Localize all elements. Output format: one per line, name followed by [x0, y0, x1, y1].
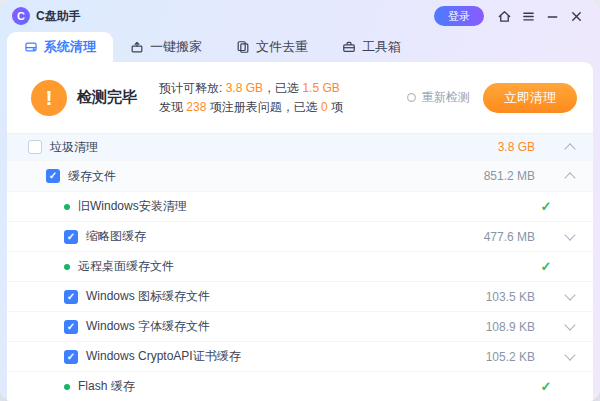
redetect-button[interactable]: 重新检测 [406, 89, 470, 106]
toolbox-icon [342, 40, 356, 54]
scan-status: 检测完毕 [77, 88, 137, 107]
minimize-icon[interactable] [540, 4, 564, 28]
disk-icon [24, 40, 38, 54]
chevron-up-icon[interactable] [564, 172, 575, 183]
login-button[interactable]: 登录 [434, 6, 484, 26]
app-title: C盘助手 [36, 8, 81, 25]
item-row-flash-cache[interactable]: Flash 缓存 ✓ [7, 372, 593, 401]
group-row-junk-clean[interactable]: 垃圾清理 3.8 GB [7, 134, 593, 161]
item-checkbox[interactable]: ✓ [64, 290, 78, 304]
done-dot-icon [64, 204, 70, 210]
app-window: C C盘助手 登录 系统清理 一键搬家 [0, 0, 600, 401]
item-size: 108.9 KB [471, 320, 535, 334]
tab-system-clean[interactable]: 系统清理 [7, 32, 113, 62]
content-panel: ! 检测完毕 预计可释放: 3.8 GB，已选 1.5 GB 发现 238 项注… [7, 62, 593, 401]
item-size: 477.6 MB [471, 230, 535, 244]
tab-label: 文件去重 [256, 38, 308, 56]
releasable-size: 3.8 GB [226, 81, 263, 95]
item-row-thumbnail-cache[interactable]: ✓ 缩略图缓存 477.6 MB [7, 222, 593, 252]
app-logo-icon: C [12, 7, 30, 25]
item-checkbox[interactable]: ✓ [64, 350, 78, 364]
item-label: Windows 字体缓存文件 [86, 318, 210, 335]
subgroup-label: 缓存文件 [68, 168, 116, 185]
tab-label: 系统清理 [44, 38, 96, 56]
chevron-down-icon[interactable] [564, 289, 575, 300]
item-size: 105.2 KB [471, 350, 535, 364]
window-controls [492, 4, 588, 28]
tab-label: 工具箱 [362, 38, 401, 56]
item-row-cryptoapi-cache[interactable]: ✓ Windows CryptoAPI证书缓存 105.2 KB [7, 342, 593, 372]
item-row-remote-desktop-cache[interactable]: 远程桌面缓存文件 ✓ [7, 252, 593, 282]
scan-details: 预计可释放: 3.8 GB，已选 1.5 GB 发现 238 项注册表问题，已选… [159, 79, 343, 117]
registry-selected-count: 0 [321, 100, 328, 114]
done-check-icon: ✓ [541, 260, 552, 273]
duplicate-files-icon [236, 40, 250, 54]
group-label: 垃圾清理 [50, 139, 98, 156]
item-label: 旧Windows安装清理 [78, 198, 187, 215]
subgroup-size: 851.2 MB [471, 169, 535, 183]
tab-one-key-move[interactable]: 一键搬家 [113, 32, 219, 62]
group-checkbox[interactable] [28, 140, 42, 154]
subgroup-row-cache-files[interactable]: ✓ 缓存文件 851.2 MB [7, 161, 593, 192]
item-size: 103.5 KB [471, 290, 535, 304]
item-checkbox[interactable]: ✓ [64, 230, 78, 244]
done-dot-icon [64, 384, 70, 390]
done-check-icon: ✓ [541, 380, 552, 393]
group-size: 3.8 GB [471, 140, 535, 154]
tab-label: 一键搬家 [150, 38, 202, 56]
chevron-down-icon[interactable] [564, 349, 575, 360]
move-box-icon [130, 40, 144, 54]
refresh-icon [406, 92, 417, 103]
tab-bar: 系统清理 一键搬家 文件去重 工具箱 [0, 32, 600, 62]
selected-size: 1.5 GB [302, 81, 339, 95]
chevron-down-icon[interactable] [564, 319, 575, 330]
done-dot-icon [64, 264, 70, 270]
home-icon[interactable] [492, 4, 516, 28]
menu-icon[interactable] [516, 4, 540, 28]
chevron-up-icon[interactable] [564, 143, 575, 154]
clean-now-button[interactable]: 立即清理 [483, 83, 577, 113]
item-label: Windows CryptoAPI证书缓存 [86, 348, 241, 365]
chevron-down-icon[interactable] [564, 229, 575, 240]
scan-summary: ! 检测完毕 预计可释放: 3.8 GB，已选 1.5 GB 发现 238 项注… [7, 62, 593, 134]
item-label: Windows 图标缓存文件 [86, 288, 210, 305]
item-label: 远程桌面缓存文件 [78, 258, 174, 275]
item-row-old-windows[interactable]: 旧Windows安装清理 ✓ [7, 192, 593, 222]
warning-icon: ! [31, 80, 67, 116]
tab-file-dedupe[interactable]: 文件去重 [219, 32, 325, 62]
registry-line: 发现 238 项注册表问题，已选 0 项 [159, 98, 343, 117]
tab-toolbox[interactable]: 工具箱 [325, 32, 418, 62]
subgroup-checkbox[interactable]: ✓ [46, 169, 60, 183]
item-checkbox[interactable]: ✓ [64, 320, 78, 334]
item-label: Flash 缓存 [78, 378, 135, 395]
item-row-font-cache[interactable]: ✓ Windows 字体缓存文件 108.9 KB [7, 312, 593, 342]
titlebar: C C盘助手 登录 [0, 0, 600, 32]
done-check-icon: ✓ [541, 200, 552, 213]
releasable-line: 预计可释放: 3.8 GB，已选 1.5 GB [159, 79, 343, 98]
registry-issue-count: 238 [186, 100, 206, 114]
close-icon[interactable] [564, 4, 588, 28]
item-row-icon-cache[interactable]: ✓ Windows 图标缓存文件 103.5 KB [7, 282, 593, 312]
item-label: 缩略图缓存 [86, 228, 146, 245]
